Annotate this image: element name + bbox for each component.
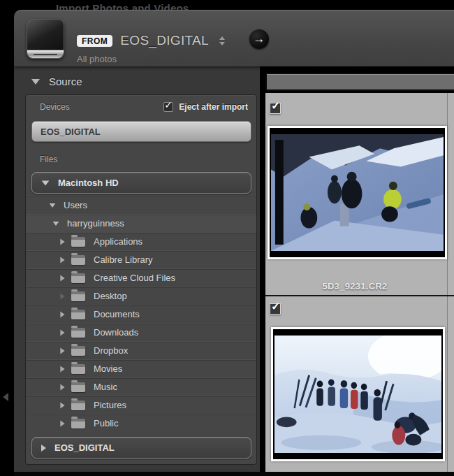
device-select-stepper-icon[interactable] <box>219 36 225 45</box>
disclosure-right-icon[interactable] <box>60 275 64 281</box>
folder-icon <box>71 328 85 338</box>
tree-row-label: Music <box>94 382 117 392</box>
photo-thumbnail-1[interactable] <box>268 126 447 259</box>
disclosure-right-icon[interactable] <box>60 420 64 426</box>
device-eos-digital-button[interactable]: EOS_DIGITAL <box>31 121 251 142</box>
tree-row-calibre-library[interactable]: Calibre Library <box>26 250 256 268</box>
photo-cell-2: ✓ <box>265 296 454 472</box>
tree-row-label: Calibre Library <box>94 254 153 265</box>
disclosure-right-icon[interactable] <box>60 366 64 372</box>
device-tree-label: EOS_DIGITAL <box>54 442 115 453</box>
tree-row-documents[interactable]: Documents <box>26 305 256 323</box>
tree-row-desktop[interactable]: Desktop <box>26 287 256 305</box>
right-arrow-icon: → <box>254 32 265 46</box>
folder-icon <box>71 255 85 265</box>
source-panel-title: Source <box>49 75 82 87</box>
tree-row-label: harryguinness <box>67 218 124 229</box>
folder-icon <box>71 364 85 374</box>
tree-row-label: Movies <box>94 363 122 374</box>
files-section-label: Files <box>40 154 256 164</box>
folder-icon <box>71 346 85 356</box>
disclosure-down-icon[interactable] <box>50 203 56 208</box>
tree-row-harryguinness[interactable]: harryguinness <box>26 214 256 232</box>
photo-thumbnail-2[interactable] <box>271 327 445 461</box>
tree-row-music[interactable]: Music <box>26 377 256 396</box>
include-photo-checkbox[interactable]: ✓ <box>270 303 281 315</box>
photo-filename: 5D3_9231.CR2 <box>265 281 444 291</box>
disclosure-right-icon[interactable] <box>60 257 64 263</box>
tree-row-label: Pictures <box>94 400 126 410</box>
check-icon: ✓ <box>271 99 280 113</box>
folder-icon <box>71 419 85 428</box>
scope-label: All photos <box>77 54 225 64</box>
disclosure-down-icon <box>31 79 40 85</box>
tree-row-downloads[interactable]: Downloads <box>26 323 256 341</box>
grid-header-bar <box>265 73 454 91</box>
tree-row-label: Users <box>64 200 87 210</box>
folder-icon <box>71 291 85 301</box>
tree-row-movies[interactable]: Movies <box>26 359 256 377</box>
disclosure-right-icon[interactable] <box>60 402 64 408</box>
source-device-name[interactable]: EOS_DIGITAL <box>120 33 209 48</box>
tree-row-applications[interactable]: Applications <box>26 232 256 250</box>
disclosure-right-icon[interactable] <box>60 384 64 390</box>
photo-cell-1: ✓ <box>265 93 454 296</box>
tree-row-label: Documents <box>94 309 140 319</box>
device-eos-digital-tree-button[interactable]: EOS_DIGITAL <box>31 437 251 459</box>
tree-row-label: Desktop <box>94 291 127 301</box>
folder-icon <box>71 237 85 247</box>
check-icon: ✓ <box>271 300 280 313</box>
disclosure-right-icon[interactable] <box>60 329 64 336</box>
tree-row-label: Applications <box>94 236 142 247</box>
import-dialog: FROM EOS_DIGITAL All photos → Source Dev… <box>14 10 454 476</box>
folder-icon <box>71 273 85 283</box>
source-panel-body: Devices ✓ Eject after import EOS_DIGITAL… <box>25 94 257 465</box>
dialog-bottom-edge <box>14 472 454 476</box>
folder-icon <box>71 382 85 392</box>
tree-row-pictures[interactable]: Pictures <box>26 396 256 414</box>
thumbnail-grid-column: ✓ <box>260 66 454 476</box>
panel-collapse-arrow-icon[interactable] <box>3 393 8 401</box>
tree-row-users[interactable]: Users <box>26 196 256 214</box>
volume-label: Macintosh HD <box>58 178 119 188</box>
hard-drive-icon <box>27 19 64 59</box>
disclosure-right-icon <box>41 445 46 452</box>
tree-row-public[interactable]: Public <box>26 414 256 432</box>
tree-row-label: Creative Cloud Files <box>94 273 175 283</box>
tree-row-dropbox[interactable]: Dropbox <box>26 341 256 359</box>
disclosure-right-icon[interactable] <box>60 311 64 317</box>
from-badge: FROM <box>77 35 112 47</box>
thumbnail-cells: ✓ <box>265 93 454 472</box>
disclosure-right-icon[interactable] <box>60 347 64 354</box>
source-column: Source Devices ✓ Eject after import EOS_… <box>14 66 260 476</box>
folder-icon <box>71 401 85 410</box>
include-photo-checkbox[interactable]: ✓ <box>270 103 281 114</box>
eject-after-import-label: Eject after import <box>179 102 248 112</box>
tree-row-label: Dropbox <box>94 345 128 356</box>
checkbox-icon: ✓ <box>163 102 173 112</box>
ski-group-image <box>274 336 441 453</box>
import-header: FROM EOS_DIGITAL All photos → <box>14 10 454 66</box>
volume-macintosh-hd-button[interactable]: Macintosh HD <box>31 172 251 194</box>
disclosure-down-icon[interactable] <box>53 222 59 226</box>
disclosure-down-icon <box>42 180 50 185</box>
devices-section-label: Devices <box>40 102 70 112</box>
snow-climb-image <box>271 134 444 251</box>
folder-icon <box>71 310 85 319</box>
window-title: Import Photos and Videos <box>56 0 237 10</box>
eject-after-import-checkbox[interactable]: ✓ Eject after import <box>163 102 248 112</box>
folder-tree: Users harryguinness Applications <box>26 196 256 432</box>
disclosure-right-loading-icon[interactable] <box>60 293 64 299</box>
tree-row-label: Downloads <box>94 327 138 338</box>
source-panel-header[interactable]: Source <box>31 75 82 87</box>
next-step-button[interactable]: → <box>249 29 269 49</box>
tree-row-label: Public <box>94 418 118 428</box>
disclosure-right-icon[interactable] <box>60 238 64 245</box>
tree-row-creative-cloud-files[interactable]: Creative Cloud Files <box>26 268 256 287</box>
